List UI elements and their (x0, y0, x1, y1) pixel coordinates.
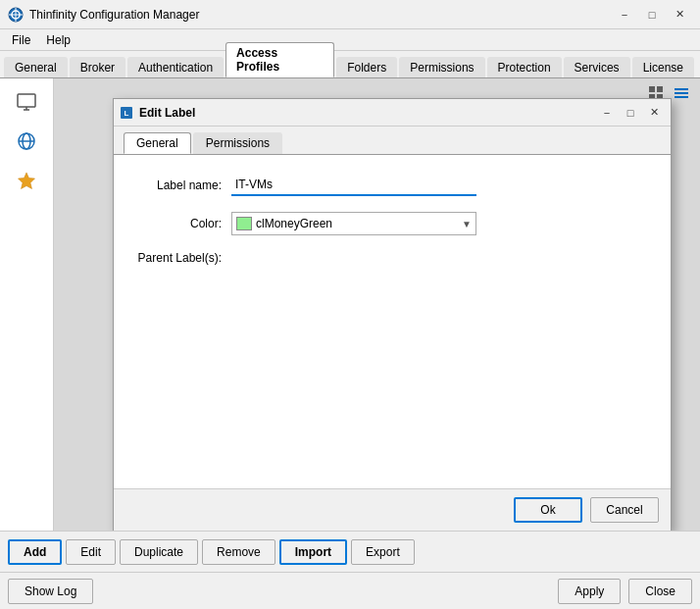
dialog-maximize-button[interactable]: □ (620, 104, 641, 122)
bottom-toolbar: Add Edit Duplicate Remove Import Export (0, 531, 700, 572)
export-button[interactable]: Export (351, 539, 415, 565)
status-bar: Show Log Apply Close (0, 572, 700, 609)
parent-labels-row: Parent Label(s): (133, 251, 651, 265)
content-panel: L Edit Label − □ ✕ General Permissions (54, 78, 700, 531)
dialog-tabs: General Permissions (114, 127, 671, 155)
dialog-minimize-button[interactable]: − (596, 104, 618, 122)
dialog-close-button[interactable]: ✕ (643, 104, 665, 122)
color-row: Color: clMoneyGreen clRed clBlue clYello… (133, 212, 651, 235)
nav-tabs: General Broker Authentication Access Pro… (0, 51, 700, 78)
dialog-footer: Ok Cancel (114, 488, 671, 531)
tab-protection[interactable]: Protection (487, 57, 562, 77)
close-button-statusbar[interactable]: Close (628, 579, 692, 604)
edit-label-dialog: L Edit Label − □ ✕ General Permissions (113, 98, 672, 531)
sidebar (0, 78, 54, 531)
tab-services[interactable]: Services (564, 57, 630, 77)
dialog-title-text: Edit Label (139, 106, 596, 120)
tab-permissions[interactable]: Permissions (399, 57, 484, 77)
status-left: Show Log (8, 579, 93, 604)
status-right: Apply Close (558, 579, 692, 604)
label-name-input[interactable] (231, 175, 476, 196)
sidebar-star-icon[interactable] (11, 165, 42, 196)
remove-button[interactable]: Remove (202, 539, 275, 565)
apply-button[interactable]: Apply (558, 579, 621, 604)
tab-authentication[interactable]: Authentication (127, 57, 224, 77)
tab-license[interactable]: License (632, 57, 694, 77)
app-title: Thinfinity Configuration Manager (29, 8, 612, 22)
parent-labels-label: Parent Label(s): (133, 251, 222, 265)
duplicate-button[interactable]: Duplicate (120, 539, 198, 565)
color-swatch (236, 217, 252, 230)
dialog-body: Label name: Color: clMoneyGreen clRed cl… (114, 155, 671, 488)
svg-text:L: L (125, 109, 129, 118)
show-log-button[interactable]: Show Log (8, 579, 93, 604)
sidebar-monitor-icon[interactable] (11, 86, 42, 118)
tab-access-profiles[interactable]: Access Profiles (225, 42, 334, 77)
minimize-button[interactable]: − (612, 5, 637, 25)
add-button[interactable]: Add (8, 539, 62, 565)
svg-marker-10 (19, 173, 35, 189)
maximize-button[interactable]: □ (639, 5, 665, 25)
dialog-cancel-button[interactable]: Cancel (590, 497, 659, 523)
dialog-title-controls: − □ ✕ (596, 104, 665, 122)
color-select[interactable]: clMoneyGreen clRed clBlue clYellow clOra… (256, 217, 458, 230)
dialog-ok-button[interactable]: Ok (514, 497, 582, 523)
color-select-wrapper: clMoneyGreen clRed clBlue clYellow clOra… (231, 212, 476, 235)
tab-folders[interactable]: Folders (336, 57, 397, 77)
label-name-row: Label name: (133, 175, 651, 196)
tab-broker[interactable]: Broker (70, 57, 125, 77)
dialog-tab-permissions[interactable]: Permissions (193, 132, 282, 154)
select-arrow-icon: ▼ (458, 219, 475, 229)
svg-rect-4 (18, 94, 35, 107)
sidebar-globe-icon[interactable] (11, 126, 42, 157)
close-button[interactable]: ✕ (667, 5, 692, 25)
color-label: Color: (133, 217, 222, 230)
main-area: L Edit Label − □ ✕ General Permissions (0, 78, 700, 531)
label-name-label: Label name: (133, 178, 222, 192)
edit-button[interactable]: Edit (66, 539, 116, 565)
dialog-title-icon: L (120, 106, 133, 120)
modal-overlay: L Edit Label − □ ✕ General Permissions (54, 78, 700, 531)
menu-help[interactable]: Help (38, 31, 78, 49)
dialog-tab-general[interactable]: General (124, 132, 191, 154)
tab-general[interactable]: General (4, 57, 68, 77)
app-icon (8, 7, 24, 23)
import-button[interactable]: Import (279, 539, 347, 565)
title-bar: Thinfinity Configuration Manager − □ ✕ (0, 0, 700, 29)
menu-file[interactable]: File (4, 31, 38, 49)
title-controls: − □ ✕ (612, 5, 692, 25)
menu-bar: File Help (0, 29, 700, 51)
dialog-title-bar: L Edit Label − □ ✕ (114, 99, 671, 127)
